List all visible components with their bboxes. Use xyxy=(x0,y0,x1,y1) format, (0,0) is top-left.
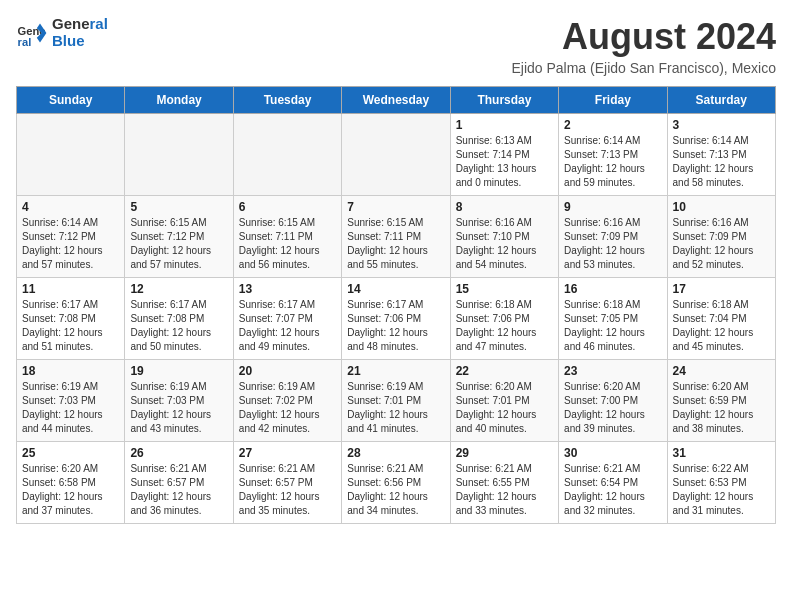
day-info: Sunrise: 6:16 AMSunset: 7:09 PMDaylight:… xyxy=(564,216,661,272)
day-number: 12 xyxy=(130,282,227,296)
day-number: 15 xyxy=(456,282,553,296)
day-number: 4 xyxy=(22,200,119,214)
calendar-header-row: SundayMondayTuesdayWednesdayThursdayFrid… xyxy=(17,87,776,114)
day-number: 30 xyxy=(564,446,661,460)
calendar-cell: 24Sunrise: 6:20 AMSunset: 6:59 PMDayligh… xyxy=(667,360,775,442)
calendar-cell: 8Sunrise: 6:16 AMSunset: 7:10 PMDaylight… xyxy=(450,196,558,278)
day-info: Sunrise: 6:15 AMSunset: 7:11 PMDaylight:… xyxy=(347,216,444,272)
calendar-cell xyxy=(233,114,341,196)
day-number: 8 xyxy=(456,200,553,214)
calendar-day-header: Saturday xyxy=(667,87,775,114)
calendar-cell: 12Sunrise: 6:17 AMSunset: 7:08 PMDayligh… xyxy=(125,278,233,360)
calendar-cell xyxy=(342,114,450,196)
day-number: 27 xyxy=(239,446,336,460)
calendar-cell: 25Sunrise: 6:20 AMSunset: 6:58 PMDayligh… xyxy=(17,442,125,524)
calendar-cell: 22Sunrise: 6:20 AMSunset: 7:01 PMDayligh… xyxy=(450,360,558,442)
day-info: Sunrise: 6:20 AMSunset: 7:01 PMDaylight:… xyxy=(456,380,553,436)
day-info: Sunrise: 6:22 AMSunset: 6:53 PMDaylight:… xyxy=(673,462,770,518)
day-info: Sunrise: 6:16 AMSunset: 7:10 PMDaylight:… xyxy=(456,216,553,272)
calendar-cell: 31Sunrise: 6:22 AMSunset: 6:53 PMDayligh… xyxy=(667,442,775,524)
day-number: 31 xyxy=(673,446,770,460)
day-info: Sunrise: 6:19 AMSunset: 7:03 PMDaylight:… xyxy=(130,380,227,436)
day-info: Sunrise: 6:21 AMSunset: 6:57 PMDaylight:… xyxy=(239,462,336,518)
calendar-cell: 30Sunrise: 6:21 AMSunset: 6:54 PMDayligh… xyxy=(559,442,667,524)
day-info: Sunrise: 6:18 AMSunset: 7:04 PMDaylight:… xyxy=(673,298,770,354)
calendar-cell: 13Sunrise: 6:17 AMSunset: 7:07 PMDayligh… xyxy=(233,278,341,360)
day-number: 21 xyxy=(347,364,444,378)
day-info: Sunrise: 6:19 AMSunset: 7:01 PMDaylight:… xyxy=(347,380,444,436)
calendar-cell: 15Sunrise: 6:18 AMSunset: 7:06 PMDayligh… xyxy=(450,278,558,360)
day-number: 23 xyxy=(564,364,661,378)
day-info: Sunrise: 6:21 AMSunset: 6:55 PMDaylight:… xyxy=(456,462,553,518)
calendar-cell: 14Sunrise: 6:17 AMSunset: 7:06 PMDayligh… xyxy=(342,278,450,360)
day-info: Sunrise: 6:18 AMSunset: 7:05 PMDaylight:… xyxy=(564,298,661,354)
day-info: Sunrise: 6:14 AMSunset: 7:13 PMDaylight:… xyxy=(673,134,770,190)
day-info: Sunrise: 6:20 AMSunset: 6:58 PMDaylight:… xyxy=(22,462,119,518)
day-number: 28 xyxy=(347,446,444,460)
title-block: August 2024 Ejido Palma (Ejido San Franc… xyxy=(511,16,776,76)
day-number: 11 xyxy=(22,282,119,296)
calendar-cell: 17Sunrise: 6:18 AMSunset: 7:04 PMDayligh… xyxy=(667,278,775,360)
day-number: 16 xyxy=(564,282,661,296)
calendar-cell xyxy=(125,114,233,196)
calendar-cell: 18Sunrise: 6:19 AMSunset: 7:03 PMDayligh… xyxy=(17,360,125,442)
day-info: Sunrise: 6:17 AMSunset: 7:07 PMDaylight:… xyxy=(239,298,336,354)
day-info: Sunrise: 6:17 AMSunset: 7:08 PMDaylight:… xyxy=(130,298,227,354)
calendar-cell: 6Sunrise: 6:15 AMSunset: 7:11 PMDaylight… xyxy=(233,196,341,278)
calendar-cell: 20Sunrise: 6:19 AMSunset: 7:02 PMDayligh… xyxy=(233,360,341,442)
calendar-day-header: Monday xyxy=(125,87,233,114)
day-number: 20 xyxy=(239,364,336,378)
day-number: 24 xyxy=(673,364,770,378)
calendar-week-row: 25Sunrise: 6:20 AMSunset: 6:58 PMDayligh… xyxy=(17,442,776,524)
day-number: 10 xyxy=(673,200,770,214)
day-info: Sunrise: 6:21 AMSunset: 6:54 PMDaylight:… xyxy=(564,462,661,518)
calendar-day-header: Sunday xyxy=(17,87,125,114)
logo-icon: Gene ral xyxy=(16,17,48,49)
day-number: 9 xyxy=(564,200,661,214)
calendar-cell: 11Sunrise: 6:17 AMSunset: 7:08 PMDayligh… xyxy=(17,278,125,360)
day-number: 17 xyxy=(673,282,770,296)
calendar-cell: 7Sunrise: 6:15 AMSunset: 7:11 PMDaylight… xyxy=(342,196,450,278)
calendar-day-header: Friday xyxy=(559,87,667,114)
day-info: Sunrise: 6:15 AMSunset: 7:11 PMDaylight:… xyxy=(239,216,336,272)
day-number: 25 xyxy=(22,446,119,460)
page-header: Gene ral General Blue August 2024 Ejido … xyxy=(16,16,776,76)
svg-text:ral: ral xyxy=(18,35,32,47)
day-number: 26 xyxy=(130,446,227,460)
calendar-cell: 16Sunrise: 6:18 AMSunset: 7:05 PMDayligh… xyxy=(559,278,667,360)
day-info: Sunrise: 6:15 AMSunset: 7:12 PMDaylight:… xyxy=(130,216,227,272)
calendar-cell: 19Sunrise: 6:19 AMSunset: 7:03 PMDayligh… xyxy=(125,360,233,442)
calendar-cell: 29Sunrise: 6:21 AMSunset: 6:55 PMDayligh… xyxy=(450,442,558,524)
logo-text-line1: General xyxy=(52,16,108,33)
day-info: Sunrise: 6:18 AMSunset: 7:06 PMDaylight:… xyxy=(456,298,553,354)
day-info: Sunrise: 6:19 AMSunset: 7:03 PMDaylight:… xyxy=(22,380,119,436)
day-info: Sunrise: 6:17 AMSunset: 7:08 PMDaylight:… xyxy=(22,298,119,354)
main-title: August 2024 xyxy=(511,16,776,58)
calendar-cell: 3Sunrise: 6:14 AMSunset: 7:13 PMDaylight… xyxy=(667,114,775,196)
day-number: 1 xyxy=(456,118,553,132)
day-info: Sunrise: 6:14 AMSunset: 7:12 PMDaylight:… xyxy=(22,216,119,272)
calendar-cell: 27Sunrise: 6:21 AMSunset: 6:57 PMDayligh… xyxy=(233,442,341,524)
calendar-cell: 28Sunrise: 6:21 AMSunset: 6:56 PMDayligh… xyxy=(342,442,450,524)
calendar-cell: 4Sunrise: 6:14 AMSunset: 7:12 PMDaylight… xyxy=(17,196,125,278)
day-number: 2 xyxy=(564,118,661,132)
calendar-week-row: 1Sunrise: 6:13 AMSunset: 7:14 PMDaylight… xyxy=(17,114,776,196)
day-number: 29 xyxy=(456,446,553,460)
day-info: Sunrise: 6:20 AMSunset: 7:00 PMDaylight:… xyxy=(564,380,661,436)
calendar-week-row: 18Sunrise: 6:19 AMSunset: 7:03 PMDayligh… xyxy=(17,360,776,442)
day-info: Sunrise: 6:13 AMSunset: 7:14 PMDaylight:… xyxy=(456,134,553,190)
calendar-cell: 26Sunrise: 6:21 AMSunset: 6:57 PMDayligh… xyxy=(125,442,233,524)
day-info: Sunrise: 6:16 AMSunset: 7:09 PMDaylight:… xyxy=(673,216,770,272)
calendar-cell: 21Sunrise: 6:19 AMSunset: 7:01 PMDayligh… xyxy=(342,360,450,442)
calendar-cell xyxy=(17,114,125,196)
logo: Gene ral General Blue xyxy=(16,16,108,49)
logo-text-line2: Blue xyxy=(52,33,108,50)
calendar-cell: 9Sunrise: 6:16 AMSunset: 7:09 PMDaylight… xyxy=(559,196,667,278)
day-info: Sunrise: 6:21 AMSunset: 6:56 PMDaylight:… xyxy=(347,462,444,518)
calendar-cell: 10Sunrise: 6:16 AMSunset: 7:09 PMDayligh… xyxy=(667,196,775,278)
day-info: Sunrise: 6:14 AMSunset: 7:13 PMDaylight:… xyxy=(564,134,661,190)
day-number: 6 xyxy=(239,200,336,214)
calendar-week-row: 11Sunrise: 6:17 AMSunset: 7:08 PMDayligh… xyxy=(17,278,776,360)
subtitle: Ejido Palma (Ejido San Francisco), Mexic… xyxy=(511,60,776,76)
calendar-day-header: Wednesday xyxy=(342,87,450,114)
